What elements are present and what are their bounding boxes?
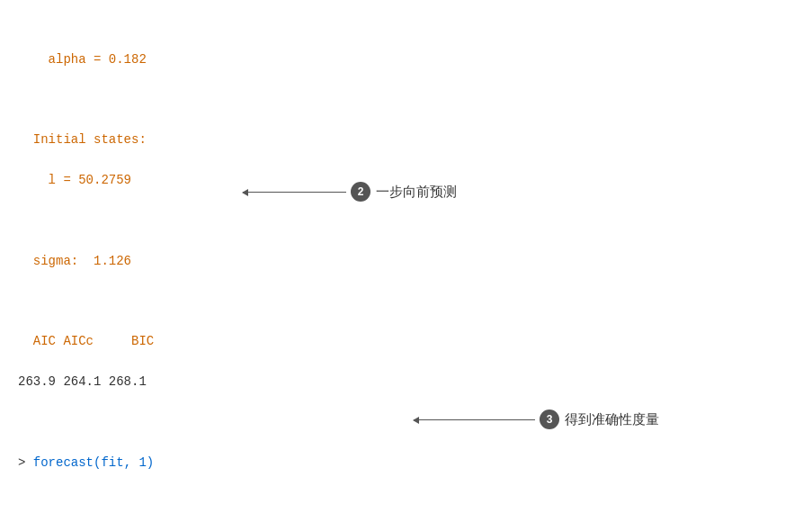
code-line-7 — [18, 291, 794, 310]
code-line-6: sigma: 1.126 — [18, 251, 794, 271]
code-block: alpha = 0.182 Initial states: l = 50.275… — [18, 9, 794, 522]
prompt-11: > — [18, 455, 33, 470]
content-area: alpha = 0.182 Initial states: l = 50.275… — [18, 9, 794, 522]
annotation-3-text: 得到准确性度量 — [565, 411, 659, 428]
code-line-9: 263.9 264.1 268.1 — [18, 372, 794, 392]
annotation-2-arrow — [243, 192, 346, 193]
annotation-2-circle: 2 — [351, 182, 370, 202]
annotation-3-arrow — [414, 419, 535, 420]
code-line-2 — [18, 90, 794, 110]
code-11: forecast(fit, 1) — [33, 455, 154, 470]
code-line-10 — [18, 412, 794, 432]
code-line-11: > forecast(fit, 1) — [18, 453, 794, 472]
annotation-2-text: 一步向前预测 — [376, 184, 457, 201]
annotation-3-circle: 3 — [540, 410, 559, 429]
annotation-3-container: 3 得到准确性度量 — [540, 410, 659, 429]
annotation-2-container: 2 一步向前预测 — [351, 182, 457, 202]
code-line-8: AIC AICc BIC — [18, 331, 794, 351]
code-line-12 — [18, 492, 794, 512]
code-line-1: alpha = 0.182 — [18, 50, 794, 69]
code-line-5 — [18, 211, 794, 230]
code-line-3: Initial states: — [18, 130, 794, 149]
